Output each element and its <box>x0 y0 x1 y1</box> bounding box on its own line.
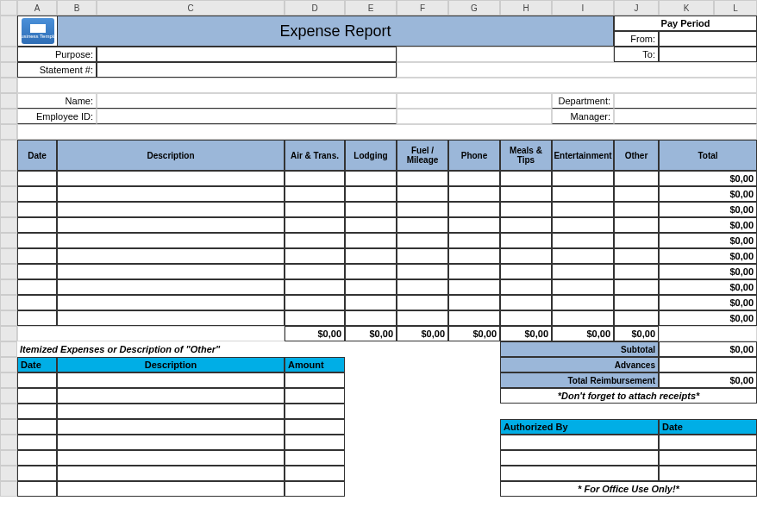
cell[interactable] <box>285 248 345 264</box>
cell[interactable] <box>500 248 552 264</box>
cell[interactable] <box>285 202 345 217</box>
row-hdr[interactable] <box>0 357 17 372</box>
auth-date-input[interactable] <box>659 450 757 466</box>
cell[interactable] <box>500 186 552 202</box>
cell-desc[interactable] <box>57 279 285 295</box>
cell-date[interactable] <box>17 202 57 217</box>
manager-input[interactable] <box>614 109 757 124</box>
row-hdr[interactable] <box>0 310 17 326</box>
itemized-cell[interactable] <box>17 435 57 450</box>
blank[interactable] <box>345 466 500 481</box>
cell[interactable] <box>552 295 614 310</box>
cell[interactable] <box>614 264 659 279</box>
cell[interactable] <box>552 264 614 279</box>
auth-by-input[interactable] <box>500 450 659 466</box>
cell[interactable] <box>345 310 397 326</box>
cell[interactable] <box>345 295 397 310</box>
auth-by-input[interactable] <box>500 466 659 481</box>
cell-date[interactable] <box>17 171 57 186</box>
itemized-cell[interactable] <box>57 419 285 435</box>
row-hdr[interactable] <box>0 93 17 109</box>
cell[interactable] <box>448 217 500 233</box>
col-H[interactable]: H <box>500 0 552 16</box>
cell[interactable] <box>614 217 659 233</box>
col-C[interactable]: C <box>97 0 285 16</box>
row-hdr[interactable] <box>0 78 17 93</box>
from-input[interactable] <box>659 31 757 47</box>
cell[interactable] <box>397 310 448 326</box>
row-hdr[interactable] <box>0 217 17 233</box>
row-hdr[interactable] <box>0 264 17 279</box>
cell[interactable] <box>345 248 397 264</box>
cell[interactable] <box>500 171 552 186</box>
cell[interactable] <box>448 310 500 326</box>
cell[interactable] <box>285 279 345 295</box>
cell[interactable] <box>285 233 345 248</box>
cell-desc[interactable] <box>57 233 285 248</box>
row-hdr[interactable] <box>0 171 17 186</box>
row-hdr[interactable] <box>0 481 17 497</box>
row-hdr[interactable] <box>0 372 17 388</box>
cell[interactable] <box>500 264 552 279</box>
cell-date[interactable] <box>17 186 57 202</box>
cell[interactable] <box>500 217 552 233</box>
blank[interactable] <box>17 78 757 93</box>
blank[interactable] <box>345 450 500 466</box>
cell[interactable] <box>345 202 397 217</box>
cell[interactable] <box>500 310 552 326</box>
row-hdr[interactable] <box>0 388 17 404</box>
cell-date[interactable] <box>17 264 57 279</box>
col-J[interactable]: J <box>614 0 659 16</box>
cell[interactable] <box>448 233 500 248</box>
itemized-cell[interactable] <box>285 466 345 481</box>
cell-desc[interactable] <box>57 202 285 217</box>
cell-date[interactable] <box>17 279 57 295</box>
row-hdr[interactable] <box>0 248 17 264</box>
row-hdr[interactable] <box>0 47 17 62</box>
cell[interactable] <box>552 248 614 264</box>
row-hdr[interactable] <box>0 202 17 217</box>
itemized-cell[interactable] <box>17 450 57 466</box>
cell[interactable] <box>614 202 659 217</box>
itemized-cell[interactable] <box>17 419 57 435</box>
cell[interactable] <box>345 279 397 295</box>
itemized-cell[interactable] <box>285 388 345 404</box>
col-L[interactable]: L <box>714 0 757 16</box>
cell[interactable] <box>285 310 345 326</box>
blank[interactable] <box>659 326 757 341</box>
cell[interactable] <box>552 310 614 326</box>
blank[interactable] <box>345 404 757 419</box>
purpose-input[interactable] <box>97 47 397 62</box>
col-A[interactable]: A <box>17 0 57 16</box>
cell-date[interactable] <box>17 295 57 310</box>
cell[interactable] <box>345 186 397 202</box>
cell[interactable] <box>552 186 614 202</box>
row-hdr[interactable] <box>0 140 17 171</box>
cell[interactable] <box>614 310 659 326</box>
cell[interactable] <box>397 264 448 279</box>
cell[interactable] <box>448 186 500 202</box>
cell[interactable] <box>397 186 448 202</box>
cell-desc[interactable] <box>57 295 285 310</box>
cell[interactable] <box>614 233 659 248</box>
row-hdr[interactable] <box>0 233 17 248</box>
col-I[interactable]: I <box>552 0 614 16</box>
cell[interactable] <box>285 217 345 233</box>
blank[interactable] <box>345 388 500 404</box>
itemized-cell[interactable] <box>285 435 345 450</box>
cell[interactable] <box>285 295 345 310</box>
itemized-cell[interactable] <box>285 372 345 388</box>
row-hdr[interactable] <box>0 419 17 435</box>
cell-desc[interactable] <box>57 171 285 186</box>
col-E[interactable]: E <box>345 0 397 16</box>
blank[interactable] <box>345 372 500 388</box>
name-input[interactable] <box>97 93 397 109</box>
cell[interactable] <box>448 171 500 186</box>
cell[interactable] <box>397 248 448 264</box>
itemized-cell[interactable] <box>285 419 345 435</box>
col-G[interactable]: G <box>448 0 500 16</box>
cell[interactable] <box>614 295 659 310</box>
cell-desc[interactable] <box>57 310 285 326</box>
cell[interactable] <box>345 217 397 233</box>
cell[interactable] <box>614 171 659 186</box>
